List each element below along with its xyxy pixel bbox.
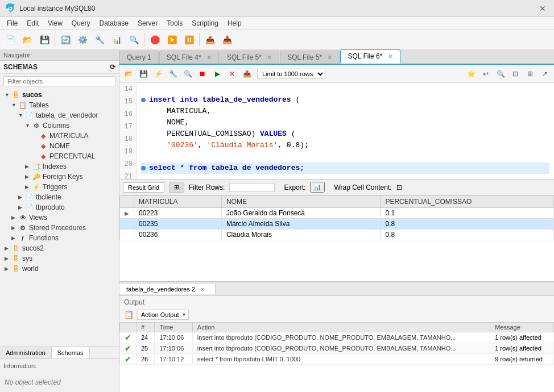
tab-administration[interactable]: Administration — [0, 347, 52, 358]
tab-sqlfile5a[interactable]: SQL File 5* ✕ — [220, 51, 279, 64]
close-button[interactable]: ✕ — [536, 3, 549, 14]
tree-tbproduto[interactable]: ▶ 📄 tbproduto — [0, 202, 119, 212]
menu-database[interactable]: Database — [95, 18, 133, 28]
sql-btn-right-6[interactable]: ↗ — [538, 67, 552, 81]
cell-matricula[interactable]: 00235 — [134, 219, 222, 230]
breakpoint-dot-2 — [141, 166, 146, 170]
tree-tables[interactable]: ▼ 📋 Tables — [0, 100, 119, 110]
sql-btn-right-5[interactable]: ⊞ — [523, 67, 537, 81]
table-row[interactable]: 00235 Márcio Almeida Silva 0.8 — [120, 219, 554, 230]
menu-file[interactable]: File — [2, 18, 22, 28]
toolbar-btn-4[interactable]: 🔄 — [57, 32, 73, 48]
tab-sqlfile6[interactable]: SQL File 6* ✕ — [340, 49, 400, 64]
schema-sys[interactable]: ▶ 🗄 sys — [0, 253, 119, 264]
tree-col-nome[interactable]: ◆ NOME — [0, 141, 119, 151]
sql-execute-btn[interactable]: ⚡ — [151, 67, 165, 81]
tab-close-2[interactable]: ✕ — [267, 54, 272, 61]
tree-col-matricula[interactable]: ◆ MATRICULA — [0, 131, 119, 141]
tree-col-percentual[interactable]: ◆ PERCENTUAL — [0, 151, 119, 161]
tree-stored-procedures[interactable]: ▶ ⚙ Stored Procedures — [0, 223, 119, 233]
menu-help[interactable]: Help — [223, 18, 246, 28]
th-matricula[interactable]: MATRICULA — [134, 196, 222, 208]
tree-columns[interactable]: ▼ ⚙ Columns — [0, 120, 119, 131]
tree-tbcliente[interactable]: ▶ 📄 tbcliente — [0, 192, 119, 202]
table-row[interactable]: 00236 Cláudia Morais 0.8 — [120, 230, 554, 240]
sql-btn-right-2[interactable]: ↩ — [479, 67, 493, 81]
toolbar-btn-2[interactable]: 📂 — [19, 32, 35, 48]
export-button[interactable]: 📊 — [310, 182, 325, 193]
cell-percentual[interactable]: 0.8 — [381, 230, 554, 240]
cell-percentual[interactable]: 0.8 — [381, 219, 554, 230]
list-item[interactable]: ✔ 25 17:10:06 insert into tbproduto (COD… — [120, 343, 554, 354]
output-tab-vendedores[interactable]: tabela_de_vendedores 2 ✕ — [119, 284, 216, 294]
toolbar-btn-7[interactable]: 📊 — [109, 32, 125, 48]
sql-run-btn[interactable]: ▶ — [210, 67, 224, 81]
schemas-refresh-icon[interactable]: ⟳ — [110, 63, 115, 71]
tree-views[interactable]: ▶ 👁 Views — [0, 212, 119, 223]
tab-sqlfile4[interactable]: SQL File 4* ✕ — [159, 51, 219, 64]
result-grid-tab[interactable]: Result Grid — [123, 182, 164, 193]
toolbar-btn-10[interactable]: ▶️ — [164, 32, 180, 48]
schema-sucos2[interactable]: ▶ 🗄 sucos2 — [0, 243, 119, 253]
menu-query[interactable]: Query — [67, 18, 95, 28]
no-object-text: No object selected — [0, 373, 119, 392]
toolbar-btn-11[interactable]: ⏸️ — [181, 32, 197, 48]
menu-scripting[interactable]: Scripting — [187, 18, 223, 28]
menu-edit[interactable]: Edit — [22, 18, 43, 28]
limit-select[interactable]: Limit to 1000 rows — [257, 69, 325, 79]
menu-tools[interactable]: Tools — [162, 18, 187, 28]
toolbar-btn-8[interactable]: 🔍 — [126, 32, 142, 48]
cell-nome[interactable]: Márcio Almeida Silva — [221, 219, 380, 230]
schemas-header: SCHEMAS ⟳ — [0, 61, 119, 74]
tree-foreign-keys[interactable]: ▶ 🔑 Foreign Keys — [0, 172, 119, 182]
list-item[interactable]: ✔ 24 17:10:06 insert into tbproduto (COD… — [120, 332, 554, 343]
result-grid-icon[interactable]: ⊞ — [169, 182, 184, 193]
output-tab-close[interactable]: ✕ — [197, 285, 208, 294]
sql-btn-right-1[interactable]: ⭐ — [464, 67, 478, 81]
schema-sucos[interactable]: ▼ 🗄 sucos — [0, 90, 119, 100]
th-nome[interactable]: NOME — [221, 196, 380, 208]
sql-btn-right-4[interactable]: ⊡ — [508, 67, 522, 81]
th-percentual[interactable]: PERCENTUAL_COMISSAO — [381, 196, 554, 208]
cell-matricula[interactable]: 00236 — [134, 230, 222, 240]
sql-open-btn[interactable]: 📂 — [122, 67, 135, 81]
sql-cancel-btn[interactable]: ✕ — [225, 67, 239, 81]
tree-table-vendedor[interactable]: ▼ 📄 tabela_de_vendedor — [0, 110, 119, 120]
code-editor[interactable]: 14 15 16 17 18 19 20 21 insert into ta — [119, 83, 554, 180]
schema-world[interactable]: ▶ 🗄 world — [0, 264, 119, 274]
tab-close-1[interactable]: ✕ — [206, 54, 212, 61]
toolbar-btn-12[interactable]: 📤 — [202, 32, 218, 48]
toolbar-btn-1[interactable]: 📄 — [2, 32, 18, 48]
filter-input[interactable] — [3, 76, 115, 86]
sql-save-btn[interactable]: 💾 — [137, 67, 150, 81]
tree-indexes[interactable]: ▶ 📑 Indexes — [0, 161, 119, 172]
toolbar-btn-3[interactable]: 💾 — [36, 32, 52, 48]
menu-view[interactable]: View — [43, 18, 67, 28]
tab-sqlfile5b[interactable]: SQL File 5* ✕ — [280, 51, 340, 64]
cell-matricula[interactable]: 00223 — [134, 208, 222, 219]
output-label-row: Output — [119, 296, 554, 308]
cell-nome[interactable]: Cláudia Morais — [221, 230, 380, 240]
toolbar-btn-6[interactable]: 🔧 — [92, 32, 108, 48]
sql-stop-btn[interactable]: ⏹ — [196, 67, 209, 81]
action-output-select[interactable]: Action Output — [137, 310, 189, 320]
table-row[interactable]: ▶ 00223 João Geraldo da Fonseca 0.1 — [120, 208, 554, 219]
tree-triggers[interactable]: ▶ ⚡ Triggers — [0, 182, 119, 192]
sql-search-btn[interactable]: 🔍 — [181, 67, 195, 81]
tab-close-3[interactable]: ✕ — [327, 54, 332, 61]
cell-nome[interactable]: João Geraldo da Fonseca — [221, 208, 380, 219]
cell-percentual[interactable]: 0.1 — [381, 208, 554, 219]
tab-close-4[interactable]: ✕ — [388, 53, 393, 60]
filter-rows-input[interactable] — [229, 183, 275, 192]
tab-schemas[interactable]: Schemas — [52, 347, 90, 358]
tab-query1[interactable]: Query 1 — [119, 51, 159, 64]
sql-export-btn[interactable]: 📤 — [240, 67, 254, 81]
menu-server[interactable]: Server — [133, 18, 162, 28]
toolbar-btn-5[interactable]: ⚙️ — [75, 32, 90, 48]
toolbar-btn-13[interactable]: 📥 — [219, 32, 235, 48]
toolbar-btn-9[interactable]: 🛑 — [147, 32, 163, 48]
list-item[interactable]: ✔ 26 17:10:12 select * from tbproduto LI… — [120, 354, 554, 365]
sql-explain-btn[interactable]: 🔧 — [166, 67, 180, 81]
sql-btn-right-3[interactable]: 🔍 — [494, 67, 507, 81]
tree-functions[interactable]: ▶ ƒ Functions — [0, 233, 119, 243]
